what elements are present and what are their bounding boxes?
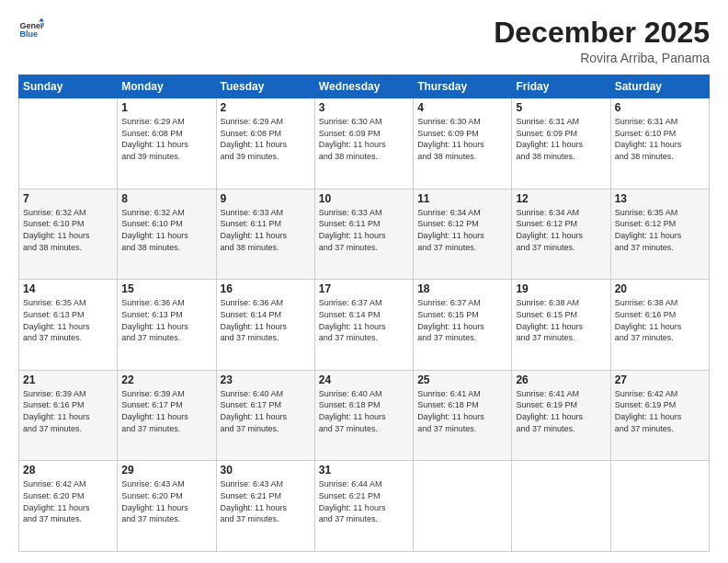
day-info: Sunrise: 6:32 AM Sunset: 6:10 PM Dayligh… bbox=[23, 207, 113, 253]
table-row: 13Sunrise: 6:35 AM Sunset: 6:12 PM Dayli… bbox=[610, 189, 709, 280]
day-info: Sunrise: 6:38 AM Sunset: 6:15 PM Dayligh… bbox=[516, 297, 606, 343]
logo-icon: General Blue bbox=[18, 17, 44, 42]
day-info: Sunrise: 6:36 AM Sunset: 6:14 PM Dayligh… bbox=[221, 297, 311, 343]
day-info: Sunrise: 6:39 AM Sunset: 6:17 PM Dayligh… bbox=[121, 388, 211, 434]
day-number: 7 bbox=[23, 192, 113, 205]
table-row: 24Sunrise: 6:40 AM Sunset: 6:18 PM Dayli… bbox=[314, 370, 413, 461]
header-thursday: Thursday bbox=[414, 75, 512, 98]
table-row: 6Sunrise: 6:31 AM Sunset: 6:10 PM Daylig… bbox=[610, 98, 709, 190]
day-info: Sunrise: 6:42 AM Sunset: 6:19 PM Dayligh… bbox=[615, 388, 705, 434]
day-info: Sunrise: 6:40 AM Sunset: 6:18 PM Dayligh… bbox=[319, 388, 409, 434]
table-row: 30Sunrise: 6:43 AM Sunset: 6:21 PM Dayli… bbox=[216, 461, 314, 552]
day-info: Sunrise: 6:33 AM Sunset: 6:11 PM Dayligh… bbox=[221, 207, 311, 253]
day-info: Sunrise: 6:29 AM Sunset: 6:08 PM Dayligh… bbox=[221, 116, 311, 162]
day-number: 21 bbox=[23, 373, 113, 386]
svg-text:Blue: Blue bbox=[19, 29, 38, 39]
table-row: 5Sunrise: 6:31 AM Sunset: 6:09 PM Daylig… bbox=[512, 98, 610, 190]
month-title: December 2025 bbox=[494, 17, 710, 49]
day-number: 15 bbox=[121, 282, 211, 295]
table-row bbox=[512, 461, 610, 552]
day-info: Sunrise: 6:43 AM Sunset: 6:21 PM Dayligh… bbox=[221, 478, 311, 524]
table-row bbox=[414, 461, 512, 552]
day-info: Sunrise: 6:31 AM Sunset: 6:10 PM Dayligh… bbox=[615, 116, 705, 162]
day-info: Sunrise: 6:43 AM Sunset: 6:20 PM Dayligh… bbox=[121, 478, 211, 524]
title-area: December 2025 Rovira Arriba, Panama bbox=[494, 17, 710, 65]
day-number: 1 bbox=[121, 101, 211, 114]
calendar: Sunday Monday Tuesday Wednesday Thursday… bbox=[18, 75, 710, 552]
table-row: 31Sunrise: 6:44 AM Sunset: 6:21 PM Dayli… bbox=[314, 461, 413, 552]
page: General Blue December 2025 Rovira Arriba… bbox=[0, 0, 728, 563]
day-info: Sunrise: 6:44 AM Sunset: 6:21 PM Dayligh… bbox=[319, 478, 409, 524]
table-row: 7Sunrise: 6:32 AM Sunset: 6:10 PM Daylig… bbox=[19, 189, 118, 280]
day-number: 10 bbox=[319, 192, 409, 205]
table-row: 23Sunrise: 6:40 AM Sunset: 6:17 PM Dayli… bbox=[216, 370, 314, 461]
day-number: 12 bbox=[516, 192, 606, 205]
table-row: 28Sunrise: 6:42 AM Sunset: 6:20 PM Dayli… bbox=[19, 461, 118, 552]
table-row: 4Sunrise: 6:30 AM Sunset: 6:09 PM Daylig… bbox=[414, 98, 512, 190]
table-row bbox=[19, 98, 118, 190]
day-number: 3 bbox=[319, 101, 409, 114]
table-row: 1Sunrise: 6:29 AM Sunset: 6:08 PM Daylig… bbox=[118, 98, 216, 190]
day-number: 16 bbox=[221, 282, 311, 295]
day-number: 30 bbox=[221, 464, 311, 477]
day-info: Sunrise: 6:30 AM Sunset: 6:09 PM Dayligh… bbox=[417, 116, 507, 162]
day-info: Sunrise: 6:37 AM Sunset: 6:14 PM Dayligh… bbox=[319, 297, 409, 343]
table-row: 17Sunrise: 6:37 AM Sunset: 6:14 PM Dayli… bbox=[314, 280, 413, 371]
day-info: Sunrise: 6:31 AM Sunset: 6:09 PM Dayligh… bbox=[516, 116, 606, 162]
day-info: Sunrise: 6:38 AM Sunset: 6:16 PM Dayligh… bbox=[615, 297, 705, 343]
day-info: Sunrise: 6:41 AM Sunset: 6:19 PM Dayligh… bbox=[516, 388, 606, 434]
header-friday: Friday bbox=[512, 75, 610, 98]
day-number: 2 bbox=[221, 101, 311, 114]
table-row: 2Sunrise: 6:29 AM Sunset: 6:08 PM Daylig… bbox=[216, 98, 314, 190]
day-number: 25 bbox=[417, 373, 507, 386]
day-info: Sunrise: 6:34 AM Sunset: 6:12 PM Dayligh… bbox=[516, 207, 606, 253]
subtitle: Rovira Arriba, Panama bbox=[494, 51, 710, 65]
day-number: 24 bbox=[319, 373, 409, 386]
table-row: 21Sunrise: 6:39 AM Sunset: 6:16 PM Dayli… bbox=[19, 370, 118, 461]
table-row: 27Sunrise: 6:42 AM Sunset: 6:19 PM Dayli… bbox=[610, 370, 709, 461]
day-info: Sunrise: 6:35 AM Sunset: 6:13 PM Dayligh… bbox=[23, 297, 113, 343]
day-number: 20 bbox=[615, 282, 705, 295]
day-info: Sunrise: 6:34 AM Sunset: 6:12 PM Dayligh… bbox=[417, 207, 507, 253]
day-info: Sunrise: 6:35 AM Sunset: 6:12 PM Dayligh… bbox=[615, 207, 705, 253]
day-number: 26 bbox=[516, 373, 606, 386]
header-saturday: Saturday bbox=[610, 75, 709, 98]
day-number: 31 bbox=[319, 464, 409, 477]
day-number: 22 bbox=[121, 373, 211, 386]
day-info: Sunrise: 6:33 AM Sunset: 6:11 PM Dayligh… bbox=[319, 207, 409, 253]
table-row: 9Sunrise: 6:33 AM Sunset: 6:11 PM Daylig… bbox=[216, 189, 314, 280]
day-info: Sunrise: 6:37 AM Sunset: 6:15 PM Dayligh… bbox=[417, 297, 507, 343]
day-info: Sunrise: 6:36 AM Sunset: 6:13 PM Dayligh… bbox=[121, 297, 211, 343]
table-row: 12Sunrise: 6:34 AM Sunset: 6:12 PM Dayli… bbox=[512, 189, 610, 280]
logo: General Blue bbox=[18, 17, 44, 42]
day-number: 23 bbox=[221, 373, 311, 386]
header-sunday: Sunday bbox=[19, 75, 118, 98]
table-row: 10Sunrise: 6:33 AM Sunset: 6:11 PM Dayli… bbox=[314, 189, 413, 280]
calendar-week-5: 28Sunrise: 6:42 AM Sunset: 6:20 PM Dayli… bbox=[19, 461, 710, 552]
svg-marker-2 bbox=[39, 17, 44, 21]
table-row: 3Sunrise: 6:30 AM Sunset: 6:09 PM Daylig… bbox=[314, 98, 413, 190]
day-number: 4 bbox=[417, 101, 507, 114]
table-row: 11Sunrise: 6:34 AM Sunset: 6:12 PM Dayli… bbox=[414, 189, 512, 280]
day-info: Sunrise: 6:32 AM Sunset: 6:10 PM Dayligh… bbox=[121, 207, 211, 253]
table-row: 14Sunrise: 6:35 AM Sunset: 6:13 PM Dayli… bbox=[19, 280, 118, 371]
day-info: Sunrise: 6:41 AM Sunset: 6:18 PM Dayligh… bbox=[417, 388, 507, 434]
table-row: 15Sunrise: 6:36 AM Sunset: 6:13 PM Dayli… bbox=[118, 280, 216, 371]
table-row: 22Sunrise: 6:39 AM Sunset: 6:17 PM Dayli… bbox=[118, 370, 216, 461]
day-info: Sunrise: 6:39 AM Sunset: 6:16 PM Dayligh… bbox=[23, 388, 113, 434]
calendar-week-3: 14Sunrise: 6:35 AM Sunset: 6:13 PM Dayli… bbox=[19, 280, 710, 371]
table-row: 29Sunrise: 6:43 AM Sunset: 6:20 PM Dayli… bbox=[118, 461, 216, 552]
table-row: 20Sunrise: 6:38 AM Sunset: 6:16 PM Dayli… bbox=[610, 280, 709, 371]
days-header-row: Sunday Monday Tuesday Wednesday Thursday… bbox=[19, 75, 710, 98]
header: General Blue December 2025 Rovira Arriba… bbox=[18, 17, 710, 65]
table-row: 18Sunrise: 6:37 AM Sunset: 6:15 PM Dayli… bbox=[414, 280, 512, 371]
day-info: Sunrise: 6:30 AM Sunset: 6:09 PM Dayligh… bbox=[319, 116, 409, 162]
svg-text:General: General bbox=[19, 21, 44, 30]
day-number: 9 bbox=[221, 192, 311, 205]
day-number: 18 bbox=[417, 282, 507, 295]
day-number: 29 bbox=[121, 464, 211, 477]
table-row: 25Sunrise: 6:41 AM Sunset: 6:18 PM Dayli… bbox=[414, 370, 512, 461]
day-number: 5 bbox=[516, 101, 606, 114]
calendar-week-2: 7Sunrise: 6:32 AM Sunset: 6:10 PM Daylig… bbox=[19, 189, 710, 280]
header-wednesday: Wednesday bbox=[314, 75, 413, 98]
